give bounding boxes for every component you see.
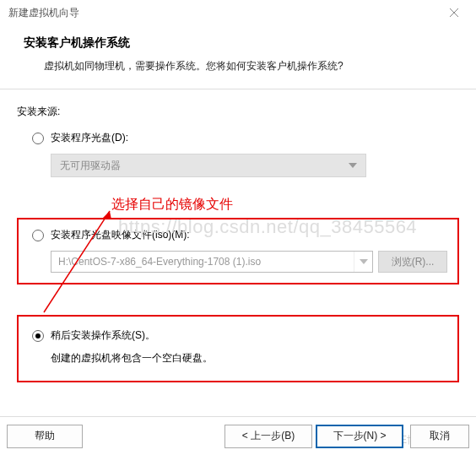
source-label: 安装来源: <box>17 105 459 119</box>
chevron-down-icon <box>349 163 357 168</box>
radio-disc-label: 安装程序光盘(D): <box>51 131 128 145</box>
back-button[interactable]: < 上一步(B) <box>224 425 312 448</box>
chevron-down-icon <box>360 259 368 264</box>
later-desc: 创建的虚拟机将包含一个空白硬盘。 <box>32 351 444 366</box>
iso-option-group: 安装程序光盘映像文件(iso)(M): H:\CentOS-7-x86_64-E… <box>17 218 459 284</box>
close-button[interactable] <box>437 3 471 23</box>
iso-path-text: H:\CentOS-7-x86_64-Everything-1708 (1).i… <box>58 256 261 268</box>
page-heading: 安装客户机操作系统 <box>24 35 456 51</box>
radio-iso[interactable] <box>32 230 44 241</box>
radio-later[interactable] <box>32 330 44 342</box>
next-button[interactable]: 下一步(N) > <box>316 425 403 448</box>
iso-path-select[interactable]: H:\CentOS-7-x86_64-Everything-1708 (1).i… <box>51 251 373 273</box>
radio-later-label: 稍后安装操作系统(S)。 <box>51 328 155 343</box>
radio-iso-label: 安装程序光盘映像文件(iso)(M): <box>51 228 190 242</box>
annotation-text: 选择自己的镜像文件 <box>111 196 233 214</box>
drive-select[interactable]: 无可用驱动器 <box>51 154 366 177</box>
radio-disc[interactable] <box>32 133 44 144</box>
cancel-button[interactable]: 取消 <box>410 425 469 448</box>
help-button[interactable]: 帮助 <box>7 425 83 448</box>
later-option-group: 稍后安装操作系统(S)。 创建的虚拟机将包含一个空白硬盘。 <box>17 315 459 382</box>
window-title: 新建虚拟机向导 <box>8 6 79 20</box>
drive-select-text: 无可用驱动器 <box>60 159 121 173</box>
page-subtext: 虚拟机如同物理机，需要操作系统。您将如何安装客户机操作系统? <box>24 59 456 73</box>
browse-button[interactable]: 浏览(R)... <box>378 251 447 273</box>
